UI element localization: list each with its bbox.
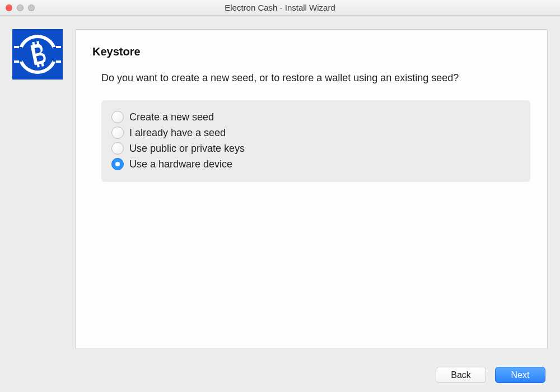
panel-question: Do you want to create a new seed, or to … — [92, 71, 530, 86]
wizard-panel: Keystore Do you want to create a new see… — [75, 29, 548, 348]
panel-heading: Keystore — [92, 45, 530, 58]
option-label: I already have a seed — [129, 127, 226, 139]
svg-rect-5 — [14, 46, 19, 48]
zoom-button[interactable] — [28, 4, 35, 11]
next-button[interactable]: Next — [495, 367, 545, 383]
option-create-new-seed[interactable]: Create a new seed — [111, 109, 520, 125]
close-button[interactable] — [6, 4, 12, 11]
content-row: Keystore Do you want to create a new see… — [12, 29, 548, 360]
option-label: Create a new seed — [129, 111, 214, 123]
option-already-have-seed[interactable]: I already have a seed — [111, 125, 520, 141]
back-button[interactable]: Back — [436, 367, 486, 383]
option-use-keys[interactable]: Use public or private keys — [111, 141, 520, 156]
titlebar: Electron Cash - Install Wizard — [0, 0, 560, 16]
options-box: Create a new seed I already have a seed … — [101, 100, 530, 182]
radio-icon — [111, 127, 124, 139]
minimize-button[interactable] — [17, 4, 24, 11]
option-label: Use public or private keys — [129, 143, 245, 155]
option-label: Use a hardware device — [129, 158, 232, 170]
svg-rect-7 — [56, 46, 61, 48]
window-title: Electron Cash - Install Wizard — [0, 3, 560, 12]
radio-icon — [111, 111, 124, 123]
button-row: Back Next — [12, 360, 548, 383]
svg-rect-4 — [53, 47, 58, 62]
svg-rect-3 — [17, 47, 22, 62]
radio-selected-icon — [111, 158, 124, 170]
window-body: Keystore Do you want to create a new see… — [0, 16, 560, 392]
option-use-hardware-device[interactable]: Use a hardware device — [111, 156, 520, 172]
radio-icon — [111, 142, 124, 155]
window-controls — [0, 4, 35, 11]
svg-rect-8 — [56, 60, 61, 63]
bitcoin-cash-icon — [12, 29, 63, 80]
logo-wrap — [12, 29, 63, 80]
svg-rect-6 — [14, 60, 19, 63]
